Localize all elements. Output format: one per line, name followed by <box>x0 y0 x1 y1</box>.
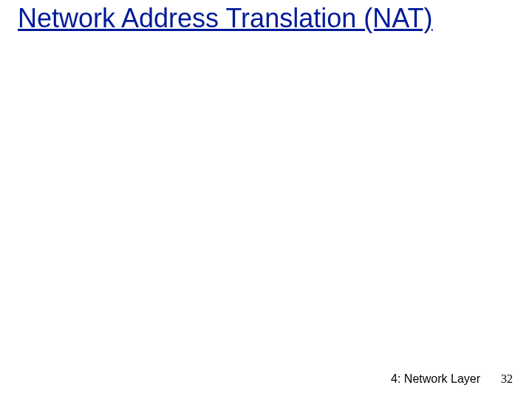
slide-footer: 4: Network Layer 32 <box>391 372 513 386</box>
slide-title: Network Address Translation (NAT) <box>18 3 514 33</box>
footer-section-label: 4: Network Layer <box>391 372 480 386</box>
footer-page-number: 32 <box>501 372 513 386</box>
